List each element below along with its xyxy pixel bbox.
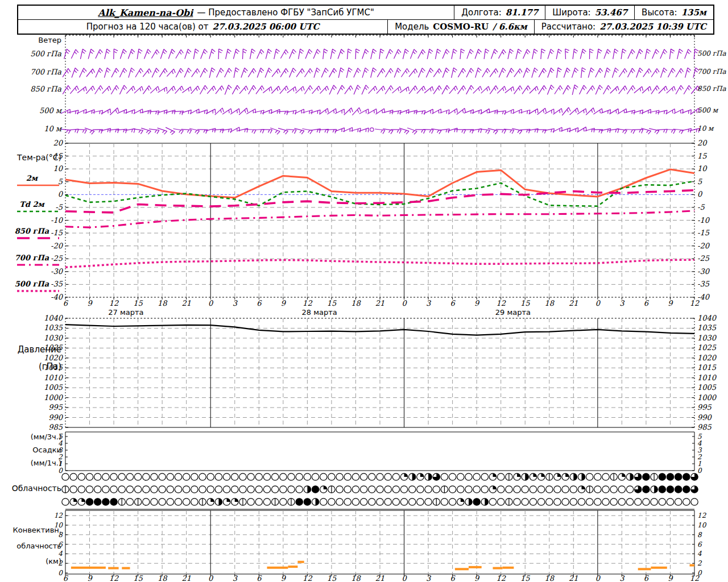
hour-label-top: 9 (474, 299, 480, 307)
hour-label-bottom: 3 (619, 574, 625, 582)
hour-label-top: 18 (351, 299, 361, 307)
wind-level-850hpa-right: 850 гПа (697, 85, 728, 93)
model-resolution: / 6.6км (493, 22, 527, 32)
temp-ytick-left: 20 (53, 139, 63, 147)
forecast-cell: Прогноз на 120 часа(ов) от 27.03.2025 06… (18, 22, 387, 32)
hour-label-top: 0 (208, 299, 214, 307)
convective-cloud-bar (71, 567, 106, 569)
convective-cloud-bar (267, 567, 288, 569)
conv-ytick-right: 4 (697, 550, 702, 558)
temp-ytick-left: 0 (58, 190, 64, 198)
wind-level-500m-right: 500 м (697, 107, 728, 114)
hour-label-bottom: 18 (158, 574, 168, 582)
model-label: Модель (395, 22, 429, 32)
hour-label-bottom: 15 (133, 574, 143, 582)
pressure-ytick-right: 1020 (697, 354, 717, 362)
hour-label-top: 15 (327, 299, 337, 307)
longitude-value: 81.177 (506, 7, 538, 18)
longitude-label: Долгота: (461, 7, 502, 18)
hour-label-top: 21 (181, 299, 191, 307)
calc-label: Рассчитано: (541, 22, 595, 32)
temp-ytick-left: -5 (55, 203, 63, 211)
wind-level-500m: 500 м (5, 107, 61, 115)
convective-cloud-bar (690, 564, 695, 567)
wind-level-500hpa-right: 500 гПа (697, 50, 728, 57)
altitude-value: 135м (681, 7, 706, 18)
precip-units-3h: (мм/3ч.) (5, 433, 61, 441)
convective-units: (км) (5, 558, 61, 566)
date-label: 28 марта (302, 308, 337, 317)
conv-ytick-right: 2 (697, 559, 702, 567)
convective-cloud-bar (469, 566, 482, 568)
pressure-ytick-left: 1020 (44, 354, 64, 362)
hour-label-bottom: 3 (426, 574, 432, 582)
hour-label-bottom: 6 (450, 574, 456, 582)
pressure-ytick-right: 1000 (697, 393, 717, 402)
run-time: 27.03.2025 06:00 UTC (212, 22, 319, 32)
temp-ytick-left: -30 (51, 267, 64, 276)
precip-ytick-right: 0 (697, 467, 702, 475)
hour-label-bottom: 9 (474, 574, 480, 582)
pressure-ytick-right: 1040 (697, 314, 717, 322)
hour-label-top: 12 (690, 299, 700, 307)
date-label: 29 марта (495, 308, 531, 317)
hour-label-bottom: 15 (327, 574, 337, 582)
calc-time: 27.03.2025 10:39 UTC (599, 22, 706, 32)
temp-ytick-left: 5 (58, 177, 63, 186)
latitude-value: 53.467 (595, 7, 627, 18)
temp-ytick-right: -25 (697, 254, 710, 263)
station-name: Alk_Kamen-na-Obi (98, 7, 193, 18)
hour-label-top: 12 (496, 299, 506, 307)
legend-t850: 850 гПа (8, 227, 56, 235)
hour-label-top: 18 (158, 299, 168, 307)
precip-units-1h: (мм/1ч.) (5, 459, 61, 467)
hour-label-top: 6 (63, 299, 69, 307)
convective-title-2: облачность (5, 542, 61, 550)
wind-level-700hpa: 700 гПа (5, 68, 61, 76)
hour-label-bottom: 0 (595, 574, 601, 582)
hour-label-bottom: 0 (208, 574, 214, 582)
hour-label-top: 3 (619, 299, 625, 307)
longitude-cell: Долгота: 81.177 (454, 7, 545, 18)
temp-ytick-right: -10 (697, 216, 710, 225)
hour-label-bottom: 21 (181, 574, 191, 582)
temp-ytick-right: 20 (697, 139, 708, 147)
pressure-ytick-right: 1015 (697, 363, 717, 372)
precip-ytick-left: 0 (58, 467, 63, 475)
header-box: Alk_Kamen-na-Obi — Предоставлено ФГБУ "З… (17, 5, 714, 35)
hour-label-top: 12 (109, 299, 119, 307)
hour-label-top: 6 (257, 299, 262, 307)
convective-cloud-bar (455, 568, 469, 570)
hour-label-top: 9 (668, 299, 673, 307)
wind-panel-title: Ветер (5, 36, 61, 44)
hour-label-bottom: 6 (63, 574, 69, 582)
conv-ytick-right: 12 (697, 512, 707, 519)
calc-cell: Рассчитано: 27.03.2025 10:39 UTC (535, 22, 713, 32)
pressure-units: (гПа) (5, 363, 61, 371)
pressure-ytick-left: 1000 (44, 393, 64, 402)
pressure-ytick-right: 1025 (697, 343, 717, 352)
conv-ytick-right: 10 (697, 521, 707, 529)
hour-label-top: 12 (303, 299, 312, 307)
hour-label-bottom: 21 (569, 574, 578, 582)
temp-ytick-right: 0 (697, 190, 703, 198)
temp-ytick-right: -5 (697, 203, 705, 211)
model-name: COSMO-RU (433, 22, 489, 32)
convective-cloud-bar (288, 566, 297, 568)
temp-ytick-left: -40 (51, 293, 64, 301)
model-cell: Модель COSMO-RU / 6.6км (388, 22, 534, 32)
hour-label-top: 3 (426, 299, 432, 307)
pressure-ytick-left: 1040 (44, 314, 64, 322)
hour-label-top: 18 (544, 299, 555, 307)
pressure-ytick-right: 990 (697, 413, 713, 422)
hour-label-bottom: 15 (520, 574, 530, 582)
convective-title-1: Конвективн. (5, 526, 61, 534)
hour-label-bottom: 9 (668, 574, 673, 582)
hour-label-bottom: 18 (544, 574, 555, 582)
hour-label-top: 9 (281, 299, 287, 307)
hour-label-bottom: 0 (402, 574, 407, 582)
pressure-ytick-right: 985 (697, 423, 712, 431)
convective-cloud-bar (638, 568, 651, 570)
wind-level-10m-right: 10 м (697, 125, 728, 132)
hour-label-top: 0 (402, 299, 407, 307)
